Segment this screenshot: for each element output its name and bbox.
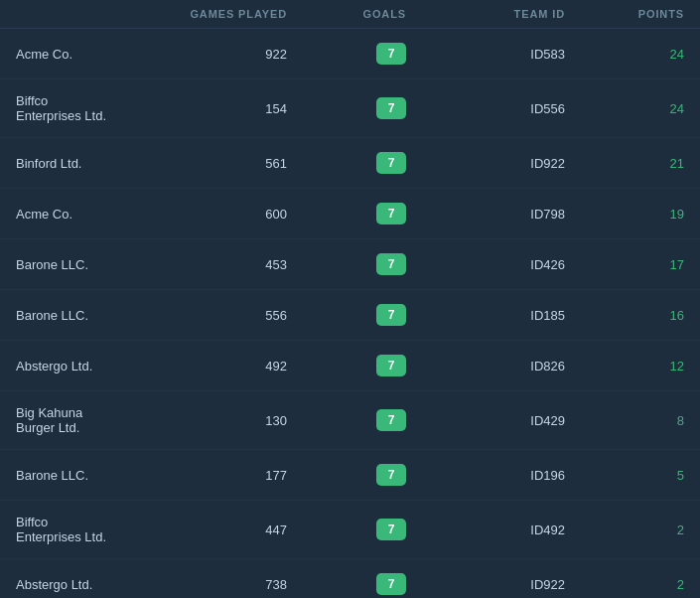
col-games-label: GAMES PLAYED [108,8,287,20]
cell-team-name: Biffco Enterprises Ltd. [16,93,108,123]
cell-points: 5 [565,468,684,483]
cell-team-name: Barone LLC. [16,468,108,483]
cell-team-id: ID556 [406,101,565,116]
cell-games-played: 561 [108,156,287,171]
cell-team-name: Barone LLC. [16,257,108,272]
goals-badge: 7 [376,304,406,326]
cell-team-id: ID922 [406,156,565,171]
cell-points: 17 [565,257,684,272]
cell-team-id: ID426 [406,257,565,272]
cell-points: 8 [565,413,684,428]
cell-games-played: 177 [108,468,287,483]
cell-team-name: Acme Co. [16,47,108,62]
cell-points: 12 [565,359,684,374]
cell-goals: 7 [287,97,406,119]
cell-points: 21 [565,156,684,171]
cell-points: 19 [565,207,684,222]
table-row: Big Kahuna Burger Ltd. 130 7 ID429 8 [0,391,700,450]
cell-goals: 7 [287,409,406,431]
table-row: Biffco Enterprises Ltd. 154 7 ID556 24 [0,79,700,138]
cell-team-id: ID798 [406,207,565,222]
table-row: Barone LLC. 556 7 ID185 16 [0,290,700,341]
goals-badge: 7 [376,152,406,174]
cell-games-played: 556 [108,308,287,323]
cell-team-name: Acme Co. [16,207,108,222]
cell-points: 24 [565,101,684,116]
cell-points: 2 [565,577,684,592]
goals-badge: 7 [376,464,406,486]
cell-team-id: ID429 [406,413,565,428]
cell-goals: 7 [287,464,406,486]
cell-goals: 7 [287,43,406,65]
cell-goals: 7 [287,152,406,174]
cell-games-played: 453 [108,257,287,272]
cell-team-id: ID492 [406,523,565,537]
cell-team-id: ID826 [406,359,565,374]
goals-badge: 7 [376,519,406,540]
table-row: Abstergo Ltd. 738 7 ID922 2 [0,559,700,598]
cell-goals: 7 [287,573,406,595]
cell-points: 16 [565,308,684,323]
goals-badge: 7 [376,97,406,119]
table-row: Abstergo Ltd. 492 7 ID826 12 [0,341,700,391]
cell-points: 24 [565,47,684,62]
cell-team-id: ID583 [406,47,565,62]
cell-goals: 7 [287,253,406,275]
cell-team-id: ID196 [406,468,565,483]
cell-goals: 7 [287,355,406,376]
cell-team-name: Biffco Enterprises Ltd. [16,515,108,544]
cell-games-played: 447 [108,523,287,537]
cell-games-played: 922 [108,47,287,62]
leaderboard-table: GAMES PLAYED GOALS TEAM ID POINTS Acme C… [0,0,700,598]
table-row: Biffco Enterprises Ltd. 447 7 ID492 2 [0,501,700,559]
cell-games-played: 492 [108,359,287,374]
cell-games-played: 738 [108,577,287,592]
table-body: Acme Co. 922 7 ID583 24 Biffco Enterpris… [0,29,700,598]
cell-team-name: Abstergo Ltd. [16,359,108,374]
goals-badge: 7 [376,253,406,275]
table-row: Acme Co. 922 7 ID583 24 [0,29,700,79]
cell-team-id: ID922 [406,577,565,592]
table-row: Barone LLC. 453 7 ID426 17 [0,239,700,290]
goals-badge: 7 [376,573,406,595]
cell-goals: 7 [287,304,406,326]
goals-badge: 7 [376,203,406,224]
table-row: Acme Co. 600 7 ID798 19 [0,189,700,239]
col-name-label [16,8,108,20]
cell-games-played: 130 [108,413,287,428]
cell-team-name: Binford Ltd. [16,156,108,171]
cell-team-name: Abstergo Ltd. [16,577,108,592]
col-teamid-label: TEAM ID [406,8,565,20]
goals-badge: 7 [376,43,406,65]
cell-team-name: Barone LLC. [16,308,108,323]
cell-team-id: ID185 [406,308,565,323]
col-goals-label: GOALS [287,8,406,20]
table-row: Barone LLC. 177 7 ID196 5 [0,450,700,501]
table-header: GAMES PLAYED GOALS TEAM ID POINTS [0,0,700,29]
cell-games-played: 154 [108,101,287,116]
goals-badge: 7 [376,355,406,376]
cell-points: 2 [565,523,684,537]
table-row: Binford Ltd. 561 7 ID922 21 [0,138,700,189]
goals-badge: 7 [376,409,406,431]
cell-goals: 7 [287,203,406,224]
cell-team-name: Big Kahuna Burger Ltd. [16,405,108,435]
col-points-label: POINTS [565,8,684,20]
cell-goals: 7 [287,519,406,540]
cell-games-played: 600 [108,207,287,222]
